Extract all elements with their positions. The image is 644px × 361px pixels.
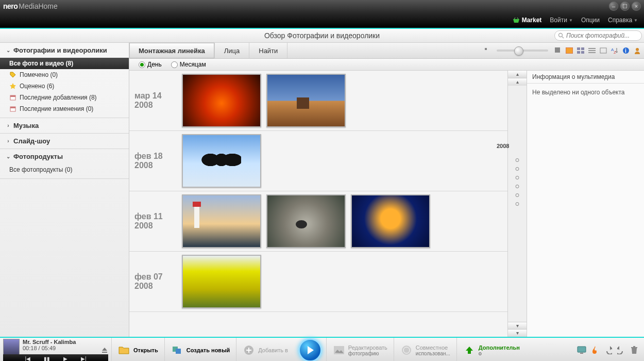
- photo-thumbnail[interactable]: [182, 134, 261, 188]
- photo-thumbnail[interactable]: [351, 194, 430, 248]
- photo-thumbnail[interactable]: [266, 194, 346, 248]
- app-logo: neroMediaHome: [3, 2, 58, 10]
- monitor-icon[interactable]: [577, 346, 586, 354]
- user-icon[interactable]: [634, 47, 641, 54]
- close-button[interactable]: ×: [632, 2, 641, 11]
- svg-line-1: [562, 37, 564, 38]
- search-input[interactable]: [564, 32, 638, 39]
- overview-bar: Обзор Фотографии и видеоролики: [0, 29, 644, 43]
- calendar-icon: [9, 94, 16, 101]
- group-date-label: мар 142008: [134, 91, 176, 110]
- action-share[interactable]: Совместноеиспользован...: [394, 338, 456, 361]
- prev-button[interactable]: |◀: [25, 356, 30, 362]
- svg-rect-11: [577, 51, 580, 54]
- sidebar-music-header[interactable]: › Музыка: [0, 118, 129, 133]
- sidebar-item-recent-added[interactable]: Последние добавления (8): [0, 92, 129, 103]
- photo-thumbnail[interactable]: [266, 74, 346, 127]
- action-edit[interactable]: Редактироватьфотографию: [326, 338, 394, 361]
- tab-timeline[interactable]: Монтажная линейка: [129, 43, 215, 58]
- timeline-up-button[interactable]: ▴: [508, 78, 527, 86]
- album-art-icon: [3, 339, 20, 355]
- tab-toolbar: Монтажная линейка Лица Найти ▾ AZ i: [129, 43, 644, 59]
- filter-day-radio[interactable]: День: [139, 61, 162, 68]
- photo-thumbnail[interactable]: [182, 255, 261, 308]
- svg-rect-13: [588, 48, 596, 49]
- undo-icon[interactable]: [604, 346, 612, 354]
- edit-photo-icon: [333, 346, 345, 355]
- date-group: фев 112008: [129, 191, 507, 252]
- filter-row: День Месяцам: [129, 59, 644, 71]
- play-big-button[interactable]: [298, 338, 322, 361]
- sort-icon[interactable]: AZ: [611, 47, 618, 54]
- now-playing-time: 00:18 / 05:49: [23, 345, 76, 351]
- timeline-down-button[interactable]: ▾: [508, 322, 527, 330]
- minimize-button[interactable]: –: [609, 2, 618, 11]
- search-icon: [558, 32, 564, 39]
- rotate-icon[interactable]: ▾: [600, 47, 607, 54]
- arrow-up-icon: [465, 346, 474, 355]
- svg-rect-10: [581, 47, 584, 50]
- playback-controls: |◀ ▮▮ ▶ ▶|: [3, 354, 108, 361]
- photo-thumbnail[interactable]: [182, 74, 261, 127]
- zoom-out-icon[interactable]: [484, 47, 490, 54]
- sidebar-item-rated[interactable]: Оценено (6): [0, 80, 129, 92]
- zoom-slider[interactable]: [497, 50, 548, 52]
- timeline-month-dots[interactable]: [516, 153, 519, 211]
- action-open[interactable]: Открыть: [111, 338, 164, 361]
- plus-icon: [244, 345, 254, 355]
- svg-rect-29: [580, 353, 583, 354]
- svg-rect-5: [10, 107, 15, 108]
- svg-rect-14: [588, 50, 596, 51]
- zoom-in-icon[interactable]: [554, 47, 562, 54]
- info-icon[interactable]: i: [622, 47, 630, 54]
- filter-month-radio[interactable]: Месяцам: [171, 61, 206, 68]
- next-button[interactable]: ▶|: [81, 356, 87, 362]
- sidebar: ⌄ Фотографии и видеоролики Все фото и ви…: [0, 43, 129, 337]
- sidebar-item-tagged[interactable]: Помечено (0): [0, 69, 129, 80]
- basket-icon: [513, 17, 520, 23]
- folder-open-icon: [118, 346, 130, 355]
- date-group: фев 072008: [129, 252, 507, 312]
- action-create[interactable]: Создать новый: [164, 338, 236, 361]
- svg-text:i: i: [625, 48, 626, 54]
- info-panel-header: Информация о мультимедиа: [527, 71, 644, 84]
- action-add[interactable]: Добавить в: [236, 338, 294, 361]
- login-menu[interactable]: Войти▼: [550, 17, 573, 24]
- action-more[interactable]: Дополнительно: [456, 338, 526, 361]
- timeline-top-button[interactable]: ▴: [508, 71, 527, 78]
- timeline-bottom-button[interactable]: ▾: [508, 329, 527, 337]
- sidebar-slideshow-header[interactable]: › Слайд-шоу: [0, 134, 129, 149]
- tab-find[interactable]: Найти: [249, 43, 287, 58]
- group-date-label: фев 072008: [134, 272, 176, 291]
- sidebar-item-all-photoproducts[interactable]: Все фотопродукты (0): [0, 164, 129, 175]
- redo-icon[interactable]: [617, 346, 625, 354]
- bottom-bar: Mr. Scruff - Kalimba 00:18 / 05:49 |◀ ▮▮…: [0, 337, 644, 361]
- sidebar-item-all-photos[interactable]: Все фото и видео (8): [0, 58, 129, 69]
- tag-icon: [9, 71, 16, 78]
- content-body: мар 142008 фев 182008: [129, 71, 507, 337]
- photo-thumbnail[interactable]: [182, 194, 261, 248]
- market-link[interactable]: Market: [513, 17, 542, 24]
- help-menu[interactable]: Справка▼: [608, 17, 638, 24]
- flame-icon[interactable]: [591, 346, 599, 354]
- svg-rect-9: [577, 47, 580, 50]
- search-box[interactable]: [554, 30, 642, 41]
- svg-text:Z: Z: [614, 50, 616, 54]
- svg-rect-8: [566, 47, 573, 54]
- play-button-small[interactable]: ▶: [63, 356, 67, 362]
- trash-icon[interactable]: [631, 346, 638, 354]
- options-menu[interactable]: Опции: [581, 17, 600, 24]
- sidebar-photoproducts-header[interactable]: ⌄ Фотопродукты: [0, 149, 129, 164]
- sidebar-photos-header[interactable]: ⌄ Фотографии и видеоролики: [0, 43, 129, 58]
- maximize-button[interactable]: ☐: [620, 2, 630, 11]
- eject-icon[interactable]: [101, 347, 108, 354]
- calendar-icon: [9, 105, 16, 112]
- tab-faces[interactable]: Лица: [215, 43, 249, 58]
- view-list-icon[interactable]: [588, 47, 596, 54]
- view-grid-icon[interactable]: [577, 47, 584, 54]
- sidebar-item-recent-changed[interactable]: Последние изменения (0): [0, 103, 129, 114]
- svg-rect-12: [581, 51, 584, 54]
- svg-point-22: [636, 48, 639, 51]
- view-thumbnails-icon[interactable]: [566, 47, 573, 54]
- stop-pause-button[interactable]: ▮▮: [44, 356, 50, 362]
